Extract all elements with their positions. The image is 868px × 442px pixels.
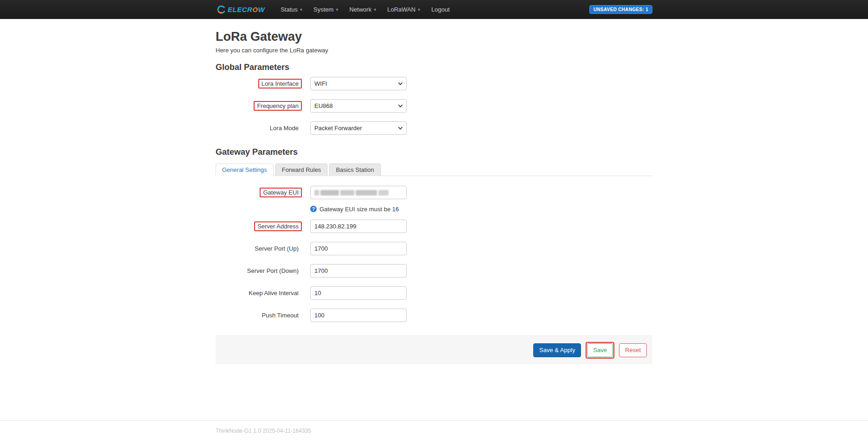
keep-alive-interval-label: Keep Alive Interval: [249, 290, 299, 297]
top-navbar: ELECROW Status▾ System▾ Network▾ LoRaWAN…: [0, 0, 868, 19]
label-column: Frequency plan: [216, 101, 302, 111]
caret-down-icon: ▾: [418, 7, 420, 12]
form-row-push-timeout: Push Timeout: [216, 308, 652, 322]
form-row-lora-mode: Lora Mode Packet Forwarder: [216, 121, 652, 135]
elecrow-logo-icon: [216, 5, 226, 15]
form-row-gateway-eui: Gateway EUI: [216, 185, 652, 199]
reset-button[interactable]: Reset: [619, 343, 647, 357]
tab-forward-rules[interactable]: Forward Rules: [275, 164, 328, 176]
label-column: Lora Mode: [216, 125, 302, 132]
nav-item-system[interactable]: System▾: [308, 0, 344, 19]
form-row-server-port-up: Server Port (Up): [216, 241, 652, 255]
server-port-up-input[interactable]: [310, 242, 407, 255]
label-column: Server Port (Up): [216, 245, 302, 252]
label-column: Keep Alive Interval: [216, 290, 302, 297]
page-subtitle: Here you can configure the LoRa gateway: [216, 47, 652, 54]
nav-item-logout[interactable]: Logout: [426, 0, 455, 19]
frequency-plan-select[interactable]: EU868: [310, 99, 407, 113]
gateway-eui-input[interactable]: [310, 186, 407, 199]
annotation-highlight-box: Lora Interface: [258, 79, 302, 88]
gateway-parameters-heading: Gateway Parameters: [216, 147, 652, 157]
lora-interface-label: Lora Interface: [262, 80, 299, 87]
gateway-eui-shell: [310, 186, 407, 199]
server-port-up-label: Server Port (Up): [255, 245, 299, 252]
caret-down-icon: ▾: [336, 7, 338, 12]
annotation-highlight-box: Server Address: [254, 221, 302, 231]
footer-version-text: ThinkNode-G1 1.0 2025-04-11-164335: [216, 428, 652, 434]
footer-divider: [0, 420, 868, 421]
control-column: [310, 264, 407, 278]
save-button[interactable]: Save: [587, 343, 613, 357]
gateway-eui-help-text: Gateway EUI size must be 16: [319, 206, 399, 213]
global-parameters-heading: Global Parameters: [216, 63, 652, 72]
keep-alive-interval-input[interactable]: [310, 286, 407, 300]
server-port-down-label: Server Port (Down): [247, 267, 299, 274]
page-title: LoRa Gateway: [216, 29, 652, 44]
annotation-highlight-box: Frequency plan: [254, 101, 302, 111]
nav-item-label: Logout: [431, 6, 450, 13]
gateway-eui-help: ? Gateway EUI size must be 16: [310, 205, 652, 213]
nav-item-label: Network: [349, 6, 371, 13]
control-column: [310, 186, 407, 199]
nav-item-lorawan[interactable]: LoRaWAN▾: [382, 0, 426, 19]
select-wrapper: WIFI: [310, 77, 407, 90]
server-address-input[interactable]: [310, 220, 407, 233]
form-row-server-port-down: Server Port (Down): [216, 264, 652, 278]
control-column: EU868: [310, 99, 407, 113]
form-row-server-address: Server Address: [216, 219, 652, 233]
annotation-highlight-box: Gateway EUI: [260, 188, 302, 197]
brand-logo[interactable]: ELECROW: [216, 5, 265, 15]
save-apply-button[interactable]: Save & Apply: [533, 343, 581, 357]
frequency-plan-label: Frequency plan: [257, 102, 299, 109]
control-column: Packet Forwarder: [310, 121, 407, 135]
label-column: Server Port (Down): [216, 267, 302, 274]
form-row-frequency-plan: Frequency plan EU868: [216, 99, 652, 113]
label-column: Gateway EUI: [216, 188, 302, 197]
control-column: WIFI: [310, 77, 407, 90]
nav-item-status[interactable]: Status▾: [275, 0, 308, 19]
nav-menu: Status▾ System▾ Network▾ LoRaWAN▾ Logout: [275, 0, 455, 19]
nav-item-label: LoRaWAN: [387, 6, 415, 13]
nav-item-network[interactable]: Network▾: [344, 0, 382, 19]
server-address-label: Server Address: [257, 223, 299, 230]
lora-mode-select[interactable]: Packet Forwarder: [310, 121, 407, 135]
general-settings-panel: Gateway EUI ?: [216, 176, 652, 322]
select-wrapper: Packet Forwarder: [310, 121, 407, 135]
navbar-inner: ELECROW Status▾ System▾ Network▾ LoRaWAN…: [216, 0, 652, 19]
page-actions-bar: Save & Apply Save Reset: [216, 335, 652, 364]
form-row-keep-alive: Keep Alive Interval: [216, 286, 652, 300]
control-column: [310, 220, 407, 233]
nav-item-label: System: [313, 6, 333, 13]
label-column: Push Timeout: [216, 312, 302, 319]
annotation-highlight-box: Save: [586, 342, 614, 359]
tab-basics-station[interactable]: Basics Station: [329, 164, 380, 176]
brand-text: ELECROW: [228, 6, 265, 13]
gateway-eui-label: Gateway EUI: [263, 189, 299, 196]
server-port-down-input[interactable]: [310, 264, 407, 278]
nav-item-label: Status: [281, 6, 298, 13]
global-parameters-form: Lora Interface WIFI Frequency plan EU868: [216, 76, 652, 135]
unsaved-changes-badge[interactable]: UNSAVED CHANGES: 1: [589, 5, 652, 14]
gateway-tabs: General Settings Forward Rules Basics St…: [216, 163, 652, 176]
content-container: LoRa Gateway Here you can configure the …: [216, 29, 652, 434]
question-circle-icon: ?: [310, 206, 317, 212]
control-column: [310, 309, 407, 322]
control-column: [310, 286, 407, 300]
push-timeout-label: Push Timeout: [262, 312, 299, 319]
main-content: LoRa Gateway Here you can configure the …: [0, 29, 868, 434]
caret-down-icon: ▾: [374, 7, 376, 12]
control-column: [310, 242, 407, 255]
select-wrapper: EU868: [310, 99, 407, 113]
label-column: Lora Interface: [216, 79, 302, 88]
caret-down-icon: ▾: [300, 7, 302, 12]
lora-mode-label: Lora Mode: [270, 125, 299, 132]
label-column: Server Address: [216, 221, 302, 231]
tab-general-settings[interactable]: General Settings: [216, 164, 274, 176]
lora-interface-select[interactable]: WIFI: [310, 77, 407, 90]
form-row-lora-interface: Lora Interface WIFI: [216, 76, 652, 90]
push-timeout-input[interactable]: [310, 309, 407, 322]
